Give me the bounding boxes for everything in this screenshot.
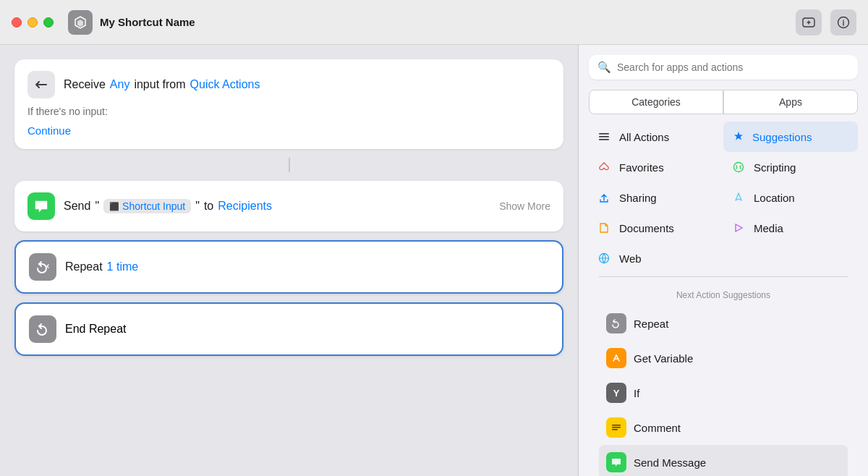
receive-action-card: Receive Any input from Quick Actions If … — [14, 59, 563, 149]
section-divider — [599, 276, 848, 277]
shortcut-input-badge[interactable]: ⬛ Shortcut Input — [103, 199, 191, 213]
suggestion-repeat[interactable]: Repeat — [599, 306, 848, 341]
suggestion-comment-label: Comment — [634, 422, 681, 434]
favorites-icon — [596, 159, 612, 175]
shortcut-input-label: Shortcut Input — [122, 200, 185, 212]
end-repeat-icon — [29, 315, 56, 343]
category-documents[interactable]: Documents — [589, 213, 723, 243]
receive-label: Receive — [64, 78, 106, 91]
suggestion-if-label: If — [634, 387, 639, 399]
shortcut-input-icon: ⬛ — [109, 202, 119, 211]
suggestion-if-icon: Y — [606, 383, 626, 403]
sharing-label: Sharing — [619, 192, 657, 204]
tab-categories[interactable]: Categories — [589, 90, 723, 114]
category-all-actions[interactable]: All Actions — [589, 122, 723, 152]
connector-line — [289, 158, 290, 172]
location-icon — [731, 190, 746, 205]
suggestions-section-title: Next Action Suggestions — [599, 286, 848, 306]
input-from-label: input from — [134, 78, 185, 91]
categories-section: All Actions Suggestions — [579, 122, 868, 476]
maximize-button[interactable] — [43, 17, 54, 27]
all-actions-icon — [596, 129, 612, 145]
category-sharing[interactable]: Sharing — [589, 182, 723, 213]
svg-point-5 — [734, 163, 744, 172]
search-input[interactable] — [617, 61, 849, 73]
any-label[interactable]: Any — [110, 78, 130, 91]
repeat-label: Repeat — [65, 260, 103, 273]
add-action-button[interactable] — [796, 9, 822, 35]
send-message-text: Send " ⬛ Shortcut Input " to Recipients — [64, 199, 490, 213]
receive-text: Receive Any input from Quick Actions — [64, 78, 260, 91]
send-message-icon — [27, 192, 55, 220]
media-icon — [731, 220, 746, 236]
suggestion-get-variable[interactable]: Get Variable — [599, 341, 848, 375]
svg-rect-7 — [612, 425, 621, 426]
info-button[interactable] — [830, 9, 856, 35]
category-scripting[interactable]: Scripting — [723, 152, 858, 182]
tab-apps[interactable]: Apps — [723, 90, 858, 114]
send-message-action-card: Send " ⬛ Shortcut Input " to Recipients … — [14, 181, 563, 231]
search-container: 🔍 — [579, 45, 868, 87]
web-label: Web — [619, 252, 642, 265]
suggestion-send-message-icon — [606, 452, 626, 472]
window-title: My Shortcut Name — [100, 16, 195, 28]
all-actions-label: All Actions — [619, 131, 669, 143]
minimize-button[interactable] — [27, 17, 38, 27]
tabs-container: Categories Apps — [579, 87, 868, 122]
to-label: to — [204, 200, 213, 213]
categories-grid: All Actions Suggestions — [589, 122, 858, 273]
repeat-times-label[interactable]: 1 time — [107, 260, 139, 273]
if-no-input-text: If there's no input: — [27, 106, 550, 117]
title-bar: My Shortcut Name — [0, 0, 868, 45]
media-label: Media — [754, 222, 783, 234]
end-repeat-label: End Repeat — [65, 323, 127, 336]
suggestion-repeat-label: Repeat — [634, 318, 668, 330]
svg-rect-3 — [599, 136, 609, 137]
suggestion-comment[interactable]: Comment — [599, 410, 848, 445]
documents-icon — [596, 220, 612, 236]
svg-rect-4 — [599, 139, 609, 140]
sharing-icon — [596, 190, 612, 205]
web-icon — [596, 250, 612, 266]
suggestion-get-variable-label: Get Variable — [634, 352, 693, 365]
documents-label: Documents — [619, 222, 674, 234]
search-box: 🔍 — [589, 55, 858, 80]
right-panel: 🔍 Categories Apps A — [579, 45, 868, 476]
category-media[interactable]: Media — [723, 213, 858, 243]
repeat-text: Repeat 1 time — [65, 260, 138, 273]
show-more-label[interactable]: Show More — [499, 200, 550, 212]
category-location[interactable]: Location — [723, 182, 858, 213]
category-web[interactable]: Web — [589, 243, 723, 273]
receive-icon — [27, 71, 55, 98]
suggestion-comment-icon — [606, 417, 626, 438]
recipients-label[interactable]: Recipients — [218, 200, 272, 213]
category-favorites[interactable]: Favorites — [589, 152, 723, 182]
svg-rect-8 — [612, 427, 621, 428]
right-title-actions — [796, 9, 856, 35]
suggestion-get-variable-icon — [606, 348, 626, 368]
search-icon: 🔍 — [597, 61, 611, 74]
main-content: Receive Any input from Quick Actions If … — [0, 45, 868, 476]
continue-label[interactable]: Continue — [27, 124, 71, 137]
traffic-lights — [12, 17, 54, 27]
svg-rect-2 — [599, 133, 609, 135]
suggestion-repeat-icon — [606, 313, 626, 333]
receive-header: Receive Any input from Quick Actions — [27, 71, 550, 98]
svg-rect-9 — [612, 429, 618, 430]
end-repeat-action-card: End Repeat — [14, 302, 563, 356]
category-suggestions[interactable]: Suggestions — [723, 122, 858, 152]
close-button[interactable] — [12, 17, 22, 27]
suggestion-send-message-label: Send Message — [634, 456, 706, 469]
suggestion-if[interactable]: Y If — [599, 375, 848, 410]
suggestions-section: Next Action Suggestions Repeat — [589, 280, 858, 476]
scripting-label: Scripting — [754, 161, 796, 174]
send-label: Send — [64, 200, 90, 213]
quote-open: " — [95, 200, 99, 213]
app-icon — [68, 10, 93, 35]
suggestion-send-message[interactable]: Send Message — [599, 445, 848, 476]
favorites-label: Favorites — [619, 161, 664, 174]
repeat-action-card: Repeat 1 time — [14, 240, 563, 294]
repeat-icon — [29, 253, 56, 281]
quick-actions-label[interactable]: Quick Actions — [190, 78, 260, 91]
suggestions-icon — [731, 129, 746, 145]
